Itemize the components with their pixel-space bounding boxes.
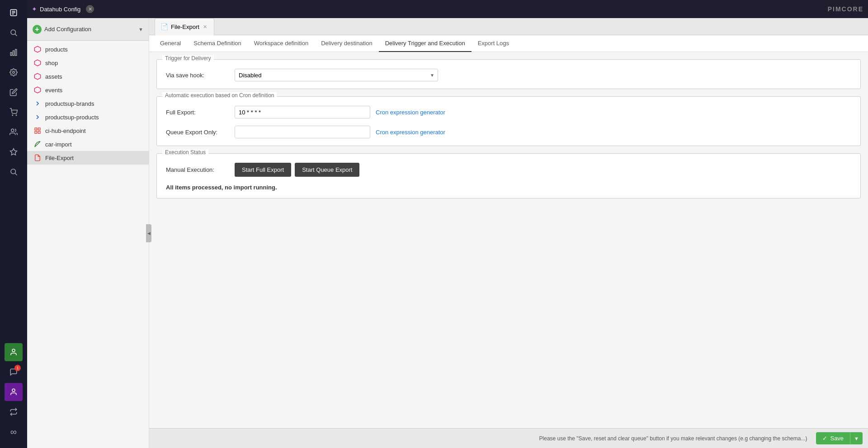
- person-green-icon[interactable]: [5, 343, 23, 361]
- via-save-hook-label: Via save hook:: [166, 72, 229, 79]
- sidebar-label-events: events: [45, 87, 62, 94]
- via-save-hook-row: Via save hook: Disabled Enabled ▼: [166, 69, 851, 81]
- svg-rect-24: [35, 131, 37, 133]
- svg-marker-19: [34, 60, 40, 66]
- sidebar-list: products shop assets: [27, 41, 149, 448]
- start-full-export-button[interactable]: Start Full Export: [235, 163, 291, 177]
- file-icon-file-export: [33, 154, 42, 162]
- file-tab-close-button[interactable]: ✕: [202, 24, 208, 30]
- full-export-row: Full Export: Cron expression generator: [166, 106, 851, 118]
- sidebar-item-search[interactable]: [5, 24, 23, 42]
- svg-rect-7: [13, 51, 14, 56]
- sidebar-item-events[interactable]: events: [27, 83, 149, 97]
- svg-point-10: [12, 115, 13, 116]
- svg-point-4: [11, 30, 16, 35]
- sidebar-item-edit[interactable]: [5, 83, 23, 101]
- tab-schema-definition[interactable]: Schema Definition: [187, 35, 248, 52]
- full-export-cron-link[interactable]: Cron expression generator: [376, 109, 445, 116]
- tab-general[interactable]: General: [154, 35, 187, 52]
- tab-header: 📄 File-Export ✕: [149, 18, 868, 35]
- save-dropdown-button[interactable]: ▼: [850, 432, 863, 444]
- queue-export-cron-link[interactable]: Cron expression generator: [376, 129, 445, 136]
- sidebar-item-productsup-brands[interactable]: productsup-brands: [27, 97, 149, 110]
- arrow-icon-productsup-products: [33, 113, 42, 121]
- save-check-icon: ✓: [822, 435, 827, 442]
- hex-icon-events: [33, 86, 42, 94]
- user-purple-icon[interactable]: [5, 383, 23, 401]
- full-export-input[interactable]: [235, 106, 370, 118]
- manual-execution-label: Manual Execution:: [166, 166, 229, 173]
- sidebar-item-shop[interactable]: shop: [27, 56, 149, 70]
- full-export-label: Full Export:: [166, 109, 229, 116]
- sidebar-label-products: products: [45, 46, 68, 53]
- sidebar-item-document[interactable]: [5, 4, 23, 22]
- add-config-dropdown[interactable]: ▼: [138, 27, 143, 32]
- sidebar-item-settings[interactable]: [5, 63, 23, 81]
- sidebar-label-car-import: car-import: [45, 141, 72, 148]
- tab-workspace-definition[interactable]: Workspace definition: [248, 35, 315, 52]
- chat-icon[interactable]: 1: [5, 363, 23, 381]
- queue-export-row: Queue Export Only: Cron expression gener…: [166, 126, 851, 138]
- cron-section-title: Automatic execution based on Cron defini…: [162, 92, 277, 99]
- queue-export-label: Queue Export Only:: [166, 129, 229, 136]
- start-queue-export-button[interactable]: Start Queue Export: [295, 163, 359, 177]
- save-button[interactable]: ✓ Save: [816, 432, 850, 444]
- sidebar-item-users[interactable]: [5, 123, 23, 141]
- main-wrapper: ✦ Datahub Config ✕ PIMCORE + Add Configu…: [27, 0, 868, 448]
- svg-point-11: [16, 115, 17, 116]
- trigger-delivery-body: Via save hook: Disabled Enabled ▼: [157, 60, 860, 89]
- sidebar-collapse-handle[interactable]: ◀: [146, 224, 151, 242]
- tab-delivery-destination[interactable]: Delivery destination: [315, 35, 378, 52]
- sidebar-item-products[interactable]: products: [27, 42, 149, 56]
- sidebar-item-cart[interactable]: [5, 103, 23, 121]
- main-panel: 📄 File-Export ✕ General Schema Definitio…: [149, 18, 868, 448]
- save-group: ✓ Save ▼: [816, 432, 863, 444]
- sidebar-item-productsup-products[interactable]: productsup-products: [27, 110, 149, 124]
- exec-buttons: Start Full Export Start Queue Export: [235, 163, 359, 177]
- sidebar-item-car-import[interactable]: car-import: [27, 137, 149, 151]
- transfer-icon[interactable]: [5, 403, 23, 421]
- sidebar-item-chart[interactable]: [5, 43, 23, 61]
- file-tab-label: File-Export: [171, 24, 199, 30]
- add-configuration-button[interactable]: + Add Configuration: [33, 25, 91, 34]
- app-title: Datahub Config: [40, 6, 80, 13]
- svg-marker-18: [34, 46, 40, 52]
- bottom-bar: Please use the "Save, reset and clear qu…: [149, 428, 868, 448]
- svg-marker-21: [34, 87, 40, 93]
- tab-delivery-trigger[interactable]: Delivery Trigger and Execution: [379, 35, 472, 52]
- file-tab-icon: 📄: [160, 23, 168, 30]
- arrow-icon-productsup-brands: [33, 99, 42, 108]
- sparkle-icon: ✦: [32, 5, 37, 13]
- execution-status-title: Execution Status: [162, 149, 208, 156]
- svg-point-9: [13, 71, 15, 74]
- execution-status-section: Execution Status Manual Execution: Start…: [156, 153, 861, 198]
- cron-section: Automatic execution based on Cron defini…: [156, 96, 861, 146]
- sidebar: + Add Configuration ▼ products: [27, 18, 149, 448]
- svg-marker-13: [10, 149, 17, 155]
- via-save-hook-select[interactable]: Disabled Enabled: [235, 69, 438, 81]
- infinity-icon[interactable]: ∞: [5, 423, 23, 441]
- file-export-tab[interactable]: 📄 File-Export ✕: [155, 18, 214, 35]
- svg-rect-6: [10, 52, 12, 56]
- manual-execution-row: Manual Execution: Start Full Export Star…: [166, 163, 851, 177]
- nav-tabs: General Schema Definition Workspace defi…: [149, 35, 868, 52]
- hex-icon-products: [33, 45, 42, 53]
- chat-badge: 1: [14, 365, 21, 371]
- close-button[interactable]: ✕: [86, 5, 94, 13]
- sidebar-item-file-export[interactable]: File-Export: [27, 151, 149, 165]
- pimcore-logo: PIMCORE: [828, 5, 863, 13]
- svg-point-14: [11, 169, 16, 174]
- tab-export-logs[interactable]: Export Logs: [472, 35, 515, 52]
- svg-line-5: [15, 34, 17, 36]
- hex-icon-assets: [33, 72, 42, 80]
- sidebar-item-ci-hub-endpoint[interactable]: ci-hub-endpoint: [27, 124, 149, 137]
- box-icon-ci-hub: [33, 127, 42, 135]
- top-bar: ✦ Datahub Config ✕ PIMCORE: [27, 0, 868, 18]
- sidebar-item-star[interactable]: [5, 143, 23, 161]
- app-title-bar: ✦ Datahub Config: [32, 5, 80, 13]
- sidebar-item-zoom[interactable]: [5, 163, 23, 181]
- sidebar-item-assets[interactable]: assets: [27, 70, 149, 83]
- sidebar-label-file-export: File-Export: [45, 155, 74, 161]
- queue-export-input[interactable]: [235, 126, 370, 138]
- icon-bar: 1 ∞: [0, 0, 27, 448]
